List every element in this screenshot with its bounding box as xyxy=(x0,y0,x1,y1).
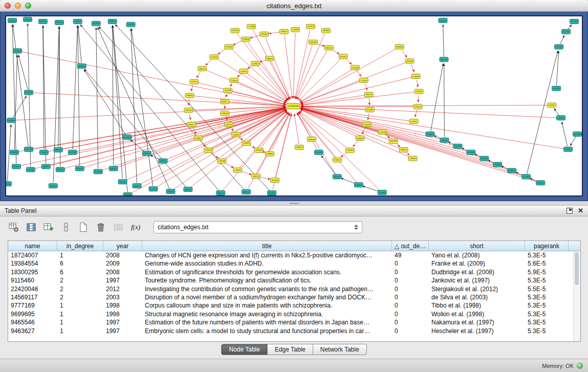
table-mode-icon[interactable] xyxy=(7,221,20,233)
graph-node[interactable]: 16224900 xyxy=(573,132,582,137)
graph-node[interactable]: 16489025 xyxy=(266,151,274,156)
column-header-name[interactable]: name xyxy=(8,241,57,251)
graph-node[interactable]: 16098335 xyxy=(185,93,194,98)
graph-node[interactable]: 21060934 xyxy=(7,118,15,123)
graph-node[interactable]: 18016714 xyxy=(198,67,207,71)
graph-node[interactable]: 21553014 xyxy=(39,150,48,155)
graph-node[interactable]: 18336712 xyxy=(221,99,229,104)
graph-node[interactable]: 18850234 xyxy=(268,191,276,195)
network-canvas-svg[interactable]: 1680543218452091122083181755420412754301… xyxy=(6,16,582,195)
tab-edge-table[interactable]: Edge Table xyxy=(268,344,313,355)
graph-node[interactable]: 20260950 xyxy=(10,150,18,155)
graph-node[interactable]: 15155329 xyxy=(415,89,423,94)
graph-node[interactable]: 12164420 xyxy=(362,122,371,127)
graph-node[interactable]: 19457338 xyxy=(55,20,63,25)
graph-node[interactable]: 18430917 xyxy=(109,166,118,171)
graph-node[interactable]: 15973348 xyxy=(255,148,264,152)
graph-node[interactable]: 18836104 xyxy=(439,18,447,23)
graph-node[interactable]: 17716253 xyxy=(359,78,368,82)
table-row[interactable]: 1938455462009Genome-wide association stu… xyxy=(8,259,574,268)
graph-node[interactable]: 17450218 xyxy=(354,183,363,187)
graph-node[interactable]: 17738244 xyxy=(230,78,238,82)
graph-node[interactable]: 19804213 xyxy=(216,191,225,195)
float-panel-icon[interactable] xyxy=(567,208,573,214)
tab-network-table[interactable]: Network Table xyxy=(313,344,367,355)
graph-node[interactable]: 16850937 xyxy=(356,136,364,140)
graph-node[interactable]: 15953847 xyxy=(548,103,556,107)
graph-node[interactable]: 18972045 xyxy=(126,22,135,27)
graph-node[interactable]: 11254310 xyxy=(306,24,315,29)
graph-node[interactable]: 15345415 xyxy=(314,150,323,155)
graph-node[interactable]: 17520442 xyxy=(233,168,242,172)
graph-node[interactable]: 20260650 xyxy=(123,135,132,140)
graph-node[interactable]: 19455060 xyxy=(6,182,11,186)
graph-node[interactable]: 16034419 xyxy=(252,174,260,179)
splitter-handle[interactable] xyxy=(0,201,588,205)
import-table-icon[interactable] xyxy=(112,221,125,233)
close-window-button[interactable] xyxy=(5,3,11,9)
table-row[interactable]: 969969511998Structural magnetic resonanc… xyxy=(8,310,574,318)
graph-node[interactable]: 16012433 xyxy=(480,156,489,161)
graph-node[interactable]: 15893041 xyxy=(295,145,303,149)
row-height-icon[interactable] xyxy=(59,221,73,233)
graph-node[interactable]: 18724007 xyxy=(365,107,374,112)
graph-node[interactable]: 19121328 xyxy=(24,147,33,151)
graph-node[interactable]: 18452091 xyxy=(260,32,269,36)
graph-node[interactable]: 13990217 xyxy=(187,122,196,127)
graph-node[interactable]: 18343310 xyxy=(536,181,545,185)
graph-node[interactable]: 16805432 xyxy=(280,29,289,34)
graph-node[interactable]: 17095341 xyxy=(333,158,341,162)
graph-node[interactable]: 19653218 xyxy=(142,151,151,156)
graph-node[interactable]: 20660543 xyxy=(77,64,86,69)
graph-node[interactable]: 12653408 xyxy=(217,159,226,163)
graph-node[interactable]: 18961304 xyxy=(309,40,317,45)
window-titlebar[interactable]: citations_edges.txt xyxy=(0,0,588,12)
graph-node[interactable]: 15034926 xyxy=(345,148,354,152)
graph-node[interactable]: 21267403 xyxy=(26,167,35,172)
graph-node[interactable]: 17893352 xyxy=(440,138,449,142)
graph-node[interactable]: 16770935 xyxy=(522,174,531,179)
graph-node[interactable]: 16961433 xyxy=(266,56,274,61)
graph-node[interactable]: 14584455 xyxy=(307,137,316,141)
graph-node[interactable]: 19220354 xyxy=(13,49,21,53)
table-scrollbar[interactable] xyxy=(573,251,580,341)
graph-node[interactable]: 16650831 xyxy=(108,19,117,24)
new-file-icon[interactable] xyxy=(77,221,90,233)
graph-node[interactable]: 20560301 xyxy=(8,18,16,23)
table-row[interactable]: 946554611997Estimation of the future num… xyxy=(8,318,574,326)
graph-node[interactable]: 17558340 xyxy=(493,162,502,167)
graph-node[interactable]: 19680441 xyxy=(133,184,141,188)
column-header-pagerank[interactable]: pagerank xyxy=(525,241,569,251)
graph-node[interactable]: 14438919 xyxy=(232,133,241,137)
graph-node[interactable]: 14275122 xyxy=(190,79,199,84)
graph-node[interactable]: 19745320 xyxy=(570,19,579,24)
column-header-year[interactable]: year xyxy=(103,241,142,251)
graph-node[interactable]: 19750112 xyxy=(12,164,20,169)
graph-node[interactable]: 12997340 xyxy=(221,111,229,116)
network-canvas[interactable]: 1680543218452091122083181755420412754301… xyxy=(5,15,583,196)
graph-node[interactable]: 15449312 xyxy=(409,119,418,124)
graph-node[interactable]: 16649500 xyxy=(321,28,330,33)
show-columns-icon[interactable] xyxy=(25,221,38,233)
graph-node[interactable]: 16051224 xyxy=(324,46,333,50)
graph-node[interactable]: 12200817 xyxy=(251,61,260,66)
graph-node[interactable]: 15336511 xyxy=(239,69,248,74)
tab-node-table[interactable]: Node Table xyxy=(221,344,268,355)
graph-node[interactable]: 17659023 xyxy=(242,141,251,145)
graph-node[interactable]: 20087913 xyxy=(184,187,192,192)
column-header-short[interactable]: short xyxy=(429,241,525,251)
graph-node[interactable]: 18924630 xyxy=(166,189,175,194)
graph-node[interactable]: 18690525 xyxy=(41,164,50,169)
column-header-in_degree[interactable]: in_degree xyxy=(57,241,103,251)
graph-node[interactable]: 20443125 xyxy=(242,190,251,194)
graph-node[interactable]: 20015540 xyxy=(68,150,77,155)
graph-node[interactable]: 18119205 xyxy=(271,178,279,183)
graph-node[interactable]: 16973403 xyxy=(405,59,414,63)
graph-node[interactable]: 19034522 xyxy=(508,168,516,173)
column-header-out_de[interactable]: △ out_de… xyxy=(392,241,429,251)
graph-node[interactable]: 21110705 xyxy=(94,169,102,174)
graph-node[interactable]: 16047211 xyxy=(364,92,373,97)
graph-node[interactable]: 15677028 xyxy=(453,144,462,148)
graph-node[interactable]: 14618320 xyxy=(351,65,359,70)
graph-node[interactable]: 12754301 xyxy=(210,55,219,59)
